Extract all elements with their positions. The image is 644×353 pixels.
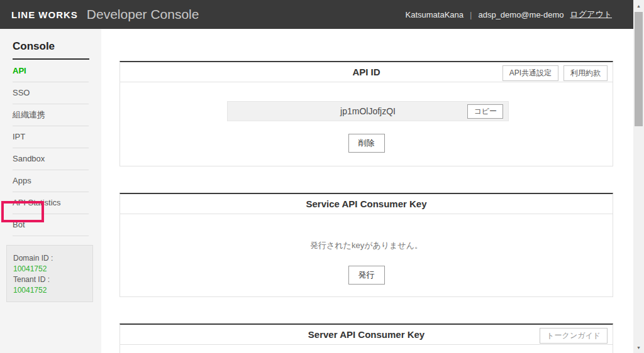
sidebar-item-bot[interactable]: Bot [13,214,89,236]
copy-button[interactable]: コピー [467,104,503,119]
app-title: Developer Console [87,7,199,22]
tenant-id-label: Tenant ID : [13,274,92,285]
sidebar-item-apps[interactable]: Apps [13,170,89,192]
sidebar: Console API SSO 組織連携 IPT Sandbox Apps AP… [0,29,101,353]
api-id-panel-header: API ID API共通設定 利用約款 [120,62,613,82]
sidebar-item-org-link[interactable]: 組織連携 [13,104,89,126]
api-id-value: jp1mOlJofjzQI [228,102,508,121]
api-id-title: API ID [352,67,380,77]
issue-button[interactable]: 発行 [348,266,385,285]
service-key-panel-header: Service API Consumer Key [120,194,613,214]
sidebar-item-sandbox[interactable]: Sandbox [13,148,89,170]
sidebar-menu: API SSO 組織連携 IPT Sandbox Apps API Statis… [13,60,89,236]
server-api-consumer-key-panel: Server API Consumer Key トークンガイド [119,323,613,353]
no-key-message: 発行されたkeyがありません。 [120,240,613,251]
user-account: adsp_demo@me-demo [478,10,564,19]
user-name: KatsumataKana [406,10,464,19]
scroll-up-icon[interactable]: ▲ [633,1,644,11]
main-content: API ID API共通設定 利用約款 jp1mOlJofjzQI コピー 削除… [101,29,633,353]
sidebar-item-ipt[interactable]: IPT [13,126,89,148]
sidebar-item-api-statistics[interactable]: API Statistics [13,192,89,214]
sidebar-item-sso[interactable]: SSO [13,82,89,104]
api-id-header-buttons: API共通設定 利用約款 [502,65,608,81]
vertical-scrollbar[interactable]: ▲ ▼ [633,0,644,353]
account-separator: | [470,10,472,19]
line-works-logo: LINE WORKS [11,9,78,20]
account-area: KatsumataKana | adsp_demo@me-demo ログアウト [406,9,622,20]
api-common-settings-button[interactable]: API共通設定 [502,65,558,81]
domain-id-label: Domain ID : [13,253,92,264]
developer-console-page: LINE WORKS Developer Console KatsumataKa… [0,0,644,353]
token-guide-button[interactable]: トークンガイド [540,328,608,344]
sidebar-item-api[interactable]: API [13,60,89,82]
api-id-value-field: jp1mOlJofjzQI コピー [227,101,509,121]
sidebar-title: Console [13,40,55,52]
top-header-bar: LINE WORKS Developer Console KatsumataKa… [0,0,633,29]
terms-of-use-button[interactable]: 利用約款 [564,65,608,81]
domain-id-value: 10041752 [13,264,92,274]
service-key-title: Service API Consumer Key [306,198,426,209]
tenant-id-value: 10041752 [13,285,92,296]
scroll-down-icon[interactable]: ▼ [633,342,644,352]
logout-link[interactable]: ログアウト [570,9,612,20]
service-api-consumer-key-panel: Service API Consumer Key 発行されたkeyがありません。… [119,193,613,297]
sidebar-title-block: Console [13,40,89,60]
server-key-header-buttons: トークンガイド [540,328,608,344]
scrollbar-thumb[interactable] [635,12,643,126]
server-key-title: Server API Consumer Key [308,329,425,340]
server-key-panel-header: Server API Consumer Key トークンガイド [120,325,613,345]
api-id-panel-body: jp1mOlJofjzQI コピー 削除 [120,82,613,166]
domain-info-box: Domain ID : 10041752 Tenant ID : 1004175… [6,245,93,302]
service-key-panel-body: 発行されたkeyがありません。 発行 [120,214,613,296]
api-id-panel: API ID API共通設定 利用約款 jp1mOlJofjzQI コピー 削除 [119,61,613,166]
delete-button[interactable]: 削除 [348,134,385,153]
